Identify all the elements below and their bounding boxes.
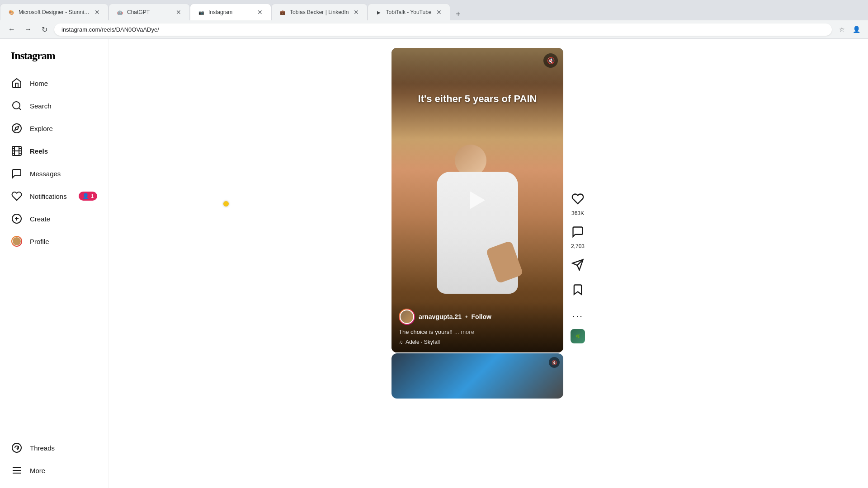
reel-username[interactable]: arnavgupta.21 (419, 313, 462, 320)
share-icon (571, 258, 584, 274)
comment-count: 2,703 (571, 243, 585, 249)
reel-desc-text: The choice is yours!! (399, 328, 453, 335)
tab-title-instagram: Instagram (208, 9, 253, 15)
share-button[interactable] (571, 258, 584, 274)
tab-title-chatgpt: ChatGPT (127, 9, 171, 15)
svg-marker-3 (15, 127, 19, 130)
tab-close-microsoft[interactable]: ✕ (94, 8, 101, 17)
sidebar: Instagram Home Search (0, 39, 108, 488)
tab-microsoft-designer[interactable]: 🎨 Microsoft Designer - Stunning ✕ (0, 4, 108, 20)
mute-icon: 🔇 (547, 57, 555, 64)
reel-user-row: arnavgupta.21 • Follow (399, 309, 556, 325)
main-content: It's either 5 years of PAIN (108, 39, 868, 488)
reel-play-button[interactable] (464, 187, 491, 214)
like-button[interactable]: 363K (571, 192, 584, 216)
profile-nav-icon (11, 235, 23, 247)
sidebar-item-create[interactable]: Create (5, 208, 103, 229)
sidebar-item-more[interactable]: More (5, 460, 103, 481)
new-tab-button[interactable]: + (452, 8, 465, 20)
home-icon (11, 77, 23, 89)
create-icon (11, 213, 23, 225)
tab-linkedin[interactable]: 💼 Tobias Becker | LinkedIn ✕ (271, 4, 368, 20)
tab-youtube[interactable]: ▶ TobiTalk - YouTube ✕ (368, 4, 450, 20)
reel-preview-2[interactable]: 🔇 (392, 353, 563, 399)
instagram-logo: Instagram (5, 46, 103, 71)
sidebar-item-explore[interactable]: Explore (5, 118, 103, 139)
address-bar: ← → ↻ ☆ 👤 (0, 20, 868, 38)
creator-thumbnail: 🌿 (571, 329, 585, 343)
sidebar-item-home[interactable]: Home (5, 73, 103, 94)
sidebar-label-profile: Profile (30, 238, 97, 245)
tab-instagram[interactable]: 📷 Instagram ✕ (190, 4, 271, 20)
url-input[interactable] (54, 23, 832, 36)
linkedin-favicon: 💼 (279, 9, 286, 16)
app-layout: Instagram Home Search (0, 39, 868, 488)
reel-follow-button[interactable]: Follow (472, 313, 491, 320)
reel-description: The choice is yours!! ... more (399, 328, 556, 335)
more-icon (11, 465, 23, 476)
avatar-image (400, 310, 414, 324)
notifications-icon (11, 190, 23, 202)
reel-video-1[interactable]: It's either 5 years of PAIN (392, 48, 563, 352)
chatgpt-favicon: 🤖 (116, 9, 123, 16)
bookmark-icon[interactable]: ☆ (835, 23, 848, 36)
messages-icon (11, 168, 23, 179)
reel-caption: It's either 5 years of PAIN (418, 93, 537, 104)
sidebar-spacer (5, 253, 103, 436)
sidebar-item-profile[interactable]: Profile (5, 231, 103, 252)
toolbar-icons: ☆ 👤 (835, 23, 863, 36)
tab-title-microsoft: Microsoft Designer - Stunning (19, 9, 90, 15)
like-count: 363K (571, 210, 584, 216)
sidebar-label-search: Search (30, 102, 97, 110)
reload-button[interactable]: ↻ (38, 23, 51, 36)
svg-point-2 (12, 124, 21, 133)
reel-mute-button[interactable]: 🔇 (543, 53, 558, 68)
sidebar-item-notifications[interactable]: Notifications 👤 1 (5, 186, 103, 206)
sidebar-label-notifications: Notifications (30, 192, 71, 200)
preview-mute-icon[interactable]: 🔇 (549, 357, 560, 368)
reel-item-1: It's either 5 years of PAIN (392, 48, 585, 352)
forward-button[interactable]: → (22, 23, 34, 36)
sidebar-label-threads: Threads (30, 444, 97, 452)
youtube-favicon: ▶ (375, 9, 382, 16)
reel-avatar[interactable] (399, 309, 415, 325)
profile-icon[interactable]: 👤 (850, 23, 863, 36)
instagram-favicon: 📷 (198, 9, 205, 16)
tab-close-instagram[interactable]: ✕ (256, 8, 264, 17)
sidebar-item-messages[interactable]: Messages (5, 163, 103, 184)
save-button[interactable] (571, 283, 584, 299)
svg-point-15 (12, 443, 21, 452)
music-track: Adele · Skyfall (406, 339, 440, 345)
microsoft-designer-favicon: 🎨 (8, 9, 15, 16)
sidebar-label-explore: Explore (30, 125, 97, 132)
reel-music-info: ♫ Adele · Skyfall (399, 339, 556, 345)
tab-close-linkedin[interactable]: ✕ (353, 8, 360, 17)
reel-more-button[interactable]: ... more (454, 328, 474, 335)
reel-actions: 363K 2,703 (571, 48, 585, 352)
tab-chatgpt[interactable]: 🤖 ChatGPT ✕ (108, 4, 190, 20)
sidebar-label-messages: Messages (30, 170, 97, 178)
search-icon (11, 100, 23, 112)
badge-count: 1 (91, 193, 94, 199)
browser-chrome: 🎨 Microsoft Designer - Stunning ✕ 🤖 Chat… (0, 0, 868, 39)
tab-title-linkedin: Tobias Becker | LinkedIn (290, 9, 349, 15)
profile-thumbnail-button[interactable]: 🌿 (571, 329, 585, 343)
sidebar-label-home: Home (30, 80, 97, 87)
reel-feed: It's either 5 years of PAIN (392, 48, 585, 479)
back-button[interactable]: ← (5, 23, 18, 36)
comment-button[interactable]: 2,703 (571, 225, 585, 249)
sidebar-item-threads[interactable]: Threads (5, 437, 103, 458)
tab-title-youtube: TobiTalk - YouTube (386, 9, 432, 15)
sidebar-item-search[interactable]: Search (5, 95, 103, 116)
comment-icon (571, 225, 584, 241)
heart-icon (571, 192, 584, 208)
sidebar-label-more: More (30, 467, 97, 474)
tab-close-youtube[interactable]: ✕ (435, 8, 443, 17)
sidebar-label-create: Create (30, 215, 97, 223)
reel-dot: • (465, 313, 468, 321)
more-options-button[interactable]: ... (572, 308, 583, 320)
sidebar-item-reels[interactable]: Reels (5, 141, 103, 161)
tab-close-chatgpt[interactable]: ✕ (175, 8, 182, 17)
svg-point-0 (13, 102, 20, 109)
threads-icon (11, 442, 23, 454)
